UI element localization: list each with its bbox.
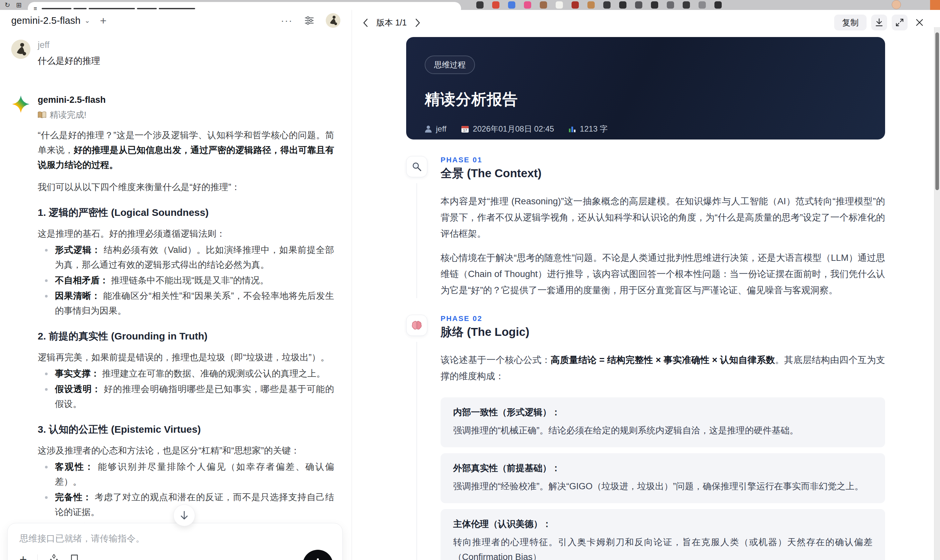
version-label: 版本 1/1 bbox=[376, 17, 407, 28]
model-settings-button[interactable] bbox=[304, 15, 314, 26]
list-item: 假设透明： 好的推理会明确指明哪些是已知事实，哪些是基于可能的假设。 bbox=[38, 382, 334, 412]
gemini-star-icon bbox=[12, 95, 30, 113]
download-button[interactable] bbox=[871, 15, 887, 31]
chevron-left-icon bbox=[362, 18, 368, 28]
extension-icon[interactable] bbox=[572, 2, 579, 9]
list-item: 形式逻辑： 结构必须有效（Valid）。比如演绎推理中，如果前提全部为真，那么通… bbox=[38, 243, 334, 272]
add-attachment-button[interactable]: + bbox=[20, 554, 27, 560]
composer-input[interactable] bbox=[20, 532, 304, 547]
composer: + bbox=[7, 523, 343, 560]
section-intro: 逻辑再完美，如果前提是错误的，推理也是垃圾（即“垃圾进，垃圾出”）。 bbox=[38, 350, 334, 365]
scrollbar[interactable] bbox=[934, 27, 940, 560]
extension-icon[interactable] bbox=[556, 2, 563, 9]
user-avatar[interactable] bbox=[326, 13, 341, 28]
chat-scroll-area[interactable]: jeff 什么是好的推理 bbox=[0, 31, 351, 560]
extension-icon[interactable] bbox=[540, 2, 547, 9]
chat-header: gemini-2.5-flash ⌄ + ··· bbox=[0, 10, 351, 31]
new-chat-button[interactable]: + bbox=[100, 15, 106, 25]
extension-icon[interactable] bbox=[492, 2, 499, 9]
book-icon bbox=[38, 111, 46, 118]
close-button[interactable] bbox=[912, 15, 927, 30]
version-next-button[interactable] bbox=[413, 18, 423, 28]
version-prev-button[interactable] bbox=[361, 18, 370, 28]
message-text: 什么是好的推理 bbox=[38, 55, 341, 67]
chat-title[interactable]: gemini-2.5-flash bbox=[11, 15, 81, 26]
chat-panel: gemini-2.5-flash ⌄ + ··· bbox=[0, 10, 352, 560]
expand-button[interactable] bbox=[892, 15, 908, 31]
bar-chart-icon bbox=[569, 125, 576, 132]
bookmark-button[interactable] bbox=[70, 554, 79, 560]
avatar-figure bbox=[11, 40, 31, 59]
scrollbar-thumb[interactable] bbox=[935, 32, 939, 190]
section-heading: 2. 前提的真实性 (Grounding in Truth) bbox=[38, 329, 334, 343]
divider bbox=[37, 554, 38, 560]
browser-corner-icon[interactable] bbox=[930, 0, 940, 10]
assistant-message: gemini-2.5-flash 精读完成! “什么是好的推理？”这是一个涉及逻… bbox=[11, 95, 341, 560]
extension-icon[interactable] bbox=[619, 2, 626, 9]
extension-icons[interactable] bbox=[476, 2, 722, 9]
phase-paragraph: 该论述基于一个核心公式：高质量结论 = 结构完整性 × 事实准确性 × 认知自律… bbox=[441, 352, 885, 384]
logic-card: 外部真实性（前提基础）： 强调推理的“经验校准”。解决“GIGO（垃圾进，垃圾出… bbox=[441, 453, 885, 503]
sliders-icon bbox=[304, 15, 314, 26]
extension-icon[interactable] bbox=[714, 2, 722, 9]
list-item: 客观性： 能够识别并尽量排除个人偏见（如幸存者偏差、确认偏差）。 bbox=[38, 460, 334, 489]
logic-card: 内部一致性（形式逻辑）： 强调推理的“机械正确”。结论必须在给定的规则系统内逻辑… bbox=[441, 397, 885, 447]
phase-icon-column bbox=[406, 315, 427, 560]
phase-section: PHASE 01 全景 (The Context) 本内容是对“推理 (Reas… bbox=[406, 156, 885, 298]
phase-label: PHASE 01 bbox=[441, 156, 885, 164]
card-title: 主体伦理（认识美德）： bbox=[453, 518, 872, 529]
arrow-down-icon bbox=[180, 511, 189, 520]
assistant-status: 精读完成! bbox=[38, 109, 341, 121]
phase-paragraph: 核心情境在于解决“思考的随意性”问题。不论是人类通过批判性思维进行决策，还是大语… bbox=[441, 249, 885, 298]
card-body: 强调推理的“机械正确”。结论必须在给定的规则系统内逻辑自洽，这是推理的硬件基础。 bbox=[453, 423, 872, 438]
brain-icon bbox=[406, 315, 427, 336]
user-avatar bbox=[11, 40, 31, 59]
chevron-right-icon bbox=[415, 18, 421, 28]
extension-icon[interactable] bbox=[651, 2, 658, 9]
author-meta: jeff bbox=[425, 124, 447, 134]
apps-grid-icon[interactable]: ⊞ bbox=[16, 0, 22, 10]
scroll-to-bottom-button[interactable] bbox=[173, 505, 195, 526]
list-item: 不自相矛盾： 推理链条中不能出现“既是又非”的情况。 bbox=[38, 273, 334, 288]
artifact-actions: 复制 bbox=[834, 15, 927, 31]
extension-icon[interactable] bbox=[667, 2, 674, 9]
calendar-icon: 17 bbox=[461, 125, 469, 133]
phase-heading: 全景 (The Context) bbox=[441, 166, 885, 180]
artifact-scroll-area[interactable]: 思维过程 精读分析报告 jeff 17 bbox=[352, 36, 934, 560]
artifact-panel: 版本 1/1 复制 bbox=[352, 10, 940, 560]
list-item: 因果清晰： 能准确区分“相关性”和“因果关系”，不会轻率地将先后发生的事情归为因… bbox=[38, 289, 334, 318]
status-text: 精读完成! bbox=[49, 109, 86, 121]
extension-icon[interactable] bbox=[635, 2, 642, 9]
skills-button[interactable] bbox=[48, 554, 60, 560]
voice-input-button[interactable] bbox=[303, 550, 333, 560]
extension-icon[interactable] bbox=[476, 2, 484, 9]
extension-icon[interactable] bbox=[603, 2, 610, 9]
app-window: gemini-2.5-flash ⌄ + ··· bbox=[0, 10, 940, 560]
phase-heading: 脉络 (The Logic) bbox=[441, 325, 885, 339]
extension-icon[interactable] bbox=[683, 2, 690, 9]
thinking-process-badge: 思维过程 bbox=[425, 55, 475, 74]
close-icon bbox=[915, 18, 923, 26]
reload-icon[interactable]: ↻ bbox=[5, 0, 10, 10]
assistant-markdown: “什么是好的推理？”这是一个涉及逻辑学、认知科学和哲学核心的问题。简单来说，好的… bbox=[38, 128, 334, 560]
extension-icon[interactable] bbox=[698, 2, 706, 9]
extension-icon[interactable] bbox=[524, 2, 531, 9]
assistant-avatar bbox=[11, 95, 31, 114]
bullet-list: 形式逻辑： 结构必须有效（Valid）。比如演绎推理中，如果前提全部为真，那么通… bbox=[38, 243, 334, 318]
chevron-down-icon[interactable]: ⌄ bbox=[85, 17, 90, 25]
browser-profile-avatar[interactable] bbox=[892, 0, 901, 9]
phase-icon-column bbox=[406, 156, 427, 298]
extension-icon[interactable] bbox=[508, 2, 515, 9]
section-heading: 1. 逻辑的严密性 (Logical Soundness) bbox=[38, 206, 334, 219]
more-options-button[interactable]: ··· bbox=[281, 15, 293, 26]
timeline-connector bbox=[416, 342, 417, 560]
assistant-name: gemini-2.5-flash bbox=[38, 95, 341, 105]
report-meta: jeff 17 2026年01月08日 02:45 bbox=[425, 124, 866, 134]
copy-button[interactable]: 复制 bbox=[834, 15, 866, 31]
download-icon bbox=[875, 18, 883, 27]
paragraph: 我们可以从以下四个维度来衡量什么是“好的推理”： bbox=[38, 180, 334, 195]
card-body: 强调推理的“经验校准”。解决“GIGO（垃圾进，垃圾出）”问题，确保推理引擎运行… bbox=[453, 479, 872, 494]
extension-icon[interactable] bbox=[587, 2, 595, 9]
svg-text:17: 17 bbox=[463, 128, 467, 132]
section-heading: 3. 认知的公正性 (Epistemic Virtues) bbox=[38, 423, 334, 436]
